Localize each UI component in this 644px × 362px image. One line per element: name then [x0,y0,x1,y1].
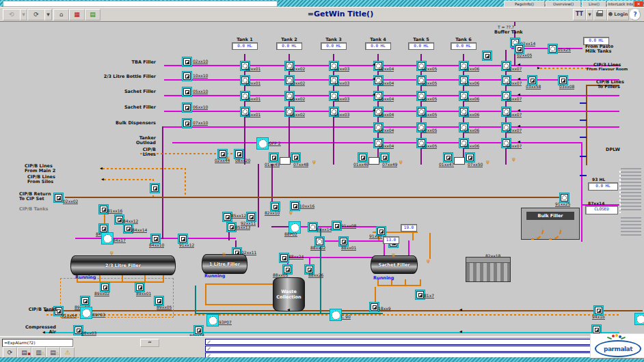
sample-box[interactable] [454,157,465,165]
tt-button[interactable]: TT [573,9,586,20]
valve[interactable] [379,152,390,163]
printer-icon [596,12,603,16]
pipe-tl [195,313,383,314]
flow-arrow-icon: ◀ [42,331,45,334]
pump[interactable] [80,307,92,319]
diagram-label: Running [204,273,225,279]
waste-collection-tank[interactable]: WasteCollection [273,277,305,311]
value-display: 19.0 [401,224,417,232]
valve[interactable] [182,102,192,113]
valve[interactable] [465,152,475,163]
tank-level-display: 0.0 HL [321,42,347,50]
valve[interactable] [53,193,64,203]
pipe-tl [195,286,196,313]
forward-icon[interactable]: ⟳ [27,9,45,20]
pipe-od [540,68,593,69]
pump[interactable] [101,232,113,245]
equipment-tag: 07xx05 [422,128,437,133]
pipe-bl [580,175,587,176]
pump[interactable] [206,314,219,326]
valve[interactable] [182,118,192,128]
login-button[interactable]: Login [614,12,628,17]
pump[interactable] [330,309,342,321]
valve[interactable] [548,44,558,54]
forward-dropdown-icon[interactable]: ▾ [44,9,52,20]
diagram-label: 2/3 Litre Bottle Filler [81,74,156,79]
valve[interactable] [150,183,160,193]
help-button[interactable]: ? [630,9,641,20]
diagram-label: Sachet Filler [105,105,156,110]
filler-machine[interactable]: Sachet Filler [371,255,418,274]
alarm-filter-button[interactable]: ≈ [140,339,159,347]
print-button[interactable] [593,9,607,20]
equipment-tag: 02xx06 [464,66,479,72]
valve[interactable] [332,221,342,231]
valve-icon [446,156,451,160]
valve[interactable] [182,71,192,81]
flow-arrow-icon: ◀ [459,308,462,311]
pipe-or [420,279,421,285]
back-dropdown-icon[interactable]: ▾ [20,9,27,20]
sprayball-icon: ⋔ [226,155,230,161]
valve-icon [197,329,201,333]
equipment-tag: 81xx16 [107,208,122,214]
sample-box[interactable] [368,157,379,165]
trend-chart-icon[interactable]: ▦ [69,9,85,20]
diagram-label: T = ??.? [498,25,514,29]
back-icon[interactable]: ⟲ [3,9,21,20]
case-packer[interactable] [466,257,511,282]
diagram-label: CIP/B Tanks [19,206,48,212]
flow-arrow-icon: ◀ [101,178,104,181]
pipe-or [429,233,431,259]
valve[interactable] [279,253,289,263]
equipment-tag: 02xx07 [507,66,522,72]
filler-machine[interactable]: 2/3 Litre Filler [70,255,176,275]
equipment-tag: 10xx16 [299,204,314,209]
pipe-bl [580,120,587,121]
equipment-tag: 88xx03 [81,331,96,336]
tank-level-display: 0.0 HL [408,42,434,50]
pump-impeller-icon [258,139,267,148]
pump-impeller-icon [332,311,340,320]
valve[interactable] [269,152,279,163]
valve-icon [373,305,377,309]
flow-arrow-icon: ◀ [373,63,375,66]
valve-icon [185,60,189,64]
flow-arrow-icon: ◀ [518,77,520,81]
equipment-tag: 10xx06 [464,81,479,86]
equipment-tag: 07xx50 [468,162,483,167]
valve[interactable] [358,152,368,163]
alarm-expression-field[interactable]: =ExpAlarm(?2) [2,339,73,347]
pump-impeller-icon [103,234,112,243]
diagram-label: TBA Filler [105,59,156,65]
home-icon[interactable]: ⌂ [53,9,69,20]
valve[interactable] [482,51,492,61]
equipment-tag: 10xx05 [422,81,437,86]
report-chart-icon[interactable]: ▤ [85,9,100,20]
toolbar: ⟲ ▾ ⟳ ▾ ⌂ ▦ ▤ =GetWin Title() TT ▾ ☻ Log… [0,7,644,22]
valve[interactable] [182,57,192,67]
sprayball-icon: ⋔ [222,251,226,257]
titlebar-address-field[interactable] [3,1,278,7]
valve-icon [102,208,106,212]
sprayball-icon: ⋔ [485,159,490,165]
pipe-or [205,283,206,305]
valve[interactable] [443,152,453,163]
equipment-tag: 07xx10 [193,120,208,126]
bulk-filler[interactable]: Bulk Filler [521,208,580,240]
pump[interactable] [256,137,269,150]
tt-dropdown-icon[interactable]: ▾ [586,9,593,20]
valve[interactable] [182,87,192,97]
alarm-row[interactable]: ⁄⁄ [205,339,643,345]
pump-impeller-icon [291,223,299,232]
sprayball-icon: ⋔ [289,210,293,215]
alarm-row[interactable]: ⁄⁄ [205,346,643,352]
valve-icon [181,237,185,241]
valve[interactable] [291,152,301,163]
equipment-tag: 10xx03 [334,81,349,86]
sample-box[interactable] [280,157,291,165]
sprayball-icon: ⋔ [109,250,114,255]
parmalat-logo: parmalat [590,333,644,359]
pipe-od [103,168,186,169]
pump[interactable] [634,313,644,325]
